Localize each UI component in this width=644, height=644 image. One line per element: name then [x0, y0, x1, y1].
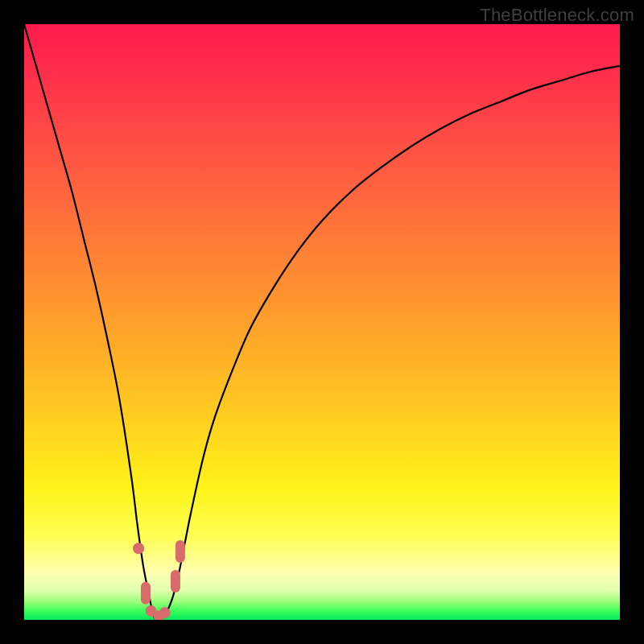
bottleneck-curve: [24, 24, 620, 620]
plot-area: [24, 24, 620, 620]
curve-marker-0: [133, 543, 144, 554]
curve-marker-1: [141, 582, 151, 605]
watermark-text: TheBottleneck.com: [480, 5, 634, 26]
bottleneck-curve-svg: [24, 24, 620, 620]
curve-marker-5: [171, 570, 180, 592]
curve-marker-4: [159, 607, 171, 618]
curve-markers: [133, 540, 185, 620]
chart-frame: TheBottleneck.com: [0, 0, 644, 644]
curve-marker-6: [175, 540, 185, 563]
